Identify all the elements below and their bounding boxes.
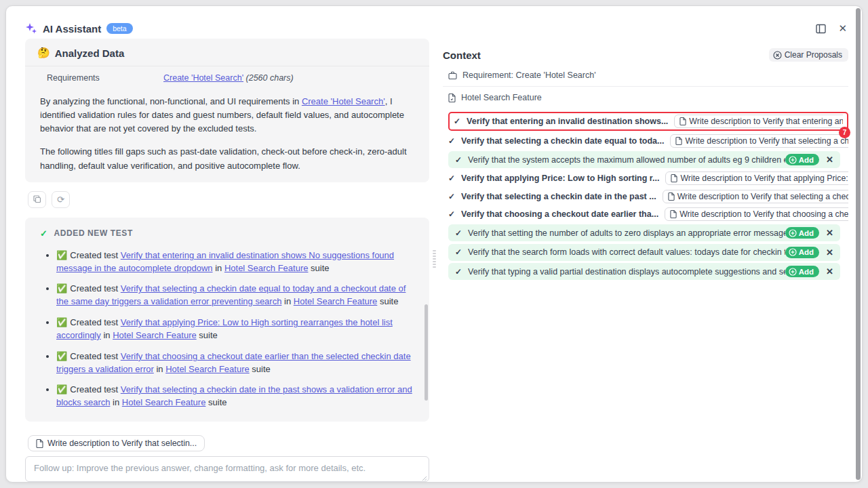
added-new-test-card: ✓ ADDED NEW TEST ✅ Created test Verify t… xyxy=(25,218,429,422)
test-title: Verify that the search form loads with c… xyxy=(468,247,785,257)
close-dialog-button[interactable]: ✕ xyxy=(838,22,847,35)
sparkle-icon xyxy=(25,22,37,35)
plus-circle-icon xyxy=(789,229,797,237)
test-proposal-row: ✓ Verify that the search form loads with… xyxy=(448,244,840,261)
green-check-emoji: ✅ xyxy=(56,250,70,260)
test-proposal-list: ✓ Verify that entering an invalid destin… xyxy=(443,112,848,280)
context-feature-label: Hotel Search Feature xyxy=(461,93,542,102)
remove-proposal-icon[interactable]: ✕ xyxy=(826,155,833,165)
test-title: Verify that the system accepts the maxim… xyxy=(468,155,785,165)
file-icon xyxy=(671,174,677,182)
copy-button[interactable] xyxy=(28,191,46,208)
file-icon xyxy=(668,192,675,201)
green-check-emoji: ✅ xyxy=(56,317,70,327)
created-test-item: ✅ Created test Verify that selecting a c… xyxy=(56,283,414,308)
refresh-icon: ⟳ xyxy=(57,195,64,205)
suite-link[interactable]: Hotel Search Feature xyxy=(113,330,197,340)
dialog-title: AI Assistant xyxy=(43,23,101,35)
requirements-row: Requirements Create 'Hotel Search' (2560… xyxy=(25,66,429,85)
follow-up-input[interactable] xyxy=(25,456,429,482)
check-icon: ✓ xyxy=(455,247,462,257)
plus-circle-icon xyxy=(789,248,797,256)
check-icon: ✓ xyxy=(455,267,462,277)
file-icon xyxy=(679,117,686,125)
green-check-emoji: ✅ xyxy=(56,283,70,293)
check-icon: ✓ xyxy=(455,155,462,165)
created-test-item: ✅ Created test Verify that applying Pric… xyxy=(56,317,414,342)
created-test-item: ✅ Created test Verify that entering an i… xyxy=(56,249,414,275)
side-panel-icon xyxy=(816,24,826,34)
left-pane-scrollbar[interactable] xyxy=(425,304,428,401)
close-icon: ✕ xyxy=(838,22,847,35)
toggle-panel-button[interactable] xyxy=(816,24,826,34)
x-circle-icon xyxy=(773,51,782,60)
test-proposal-row: ✓ Verify that selecting a checkin date e… xyxy=(448,134,848,149)
remove-proposal-icon[interactable]: ✕ xyxy=(826,228,833,238)
test-proposal-row: ✓ Verify that setting the number of adul… xyxy=(448,224,840,241)
suite-link[interactable]: Hotel Search Feature xyxy=(224,263,309,273)
requirements-label: Requirements xyxy=(47,73,163,83)
window-scrollbar[interactable] xyxy=(856,8,861,480)
test-proposal-row: ✓ Verify that selecting a checkin date i… xyxy=(448,188,848,204)
test-title: Verify that entering an invalid destinat… xyxy=(467,117,668,126)
add-test-button[interactable]: Add xyxy=(785,247,819,258)
remove-proposal-icon[interactable]: ✕ xyxy=(826,247,833,258)
assistant-response-pane: 🤔 Analyzed Data Requirements Create 'Hot… xyxy=(25,39,429,483)
suite-link[interactable]: Hotel Search Feature xyxy=(294,296,378,306)
test-title: Verify that setting the number of adults… xyxy=(468,228,785,238)
file-icon xyxy=(670,210,677,218)
requirement-link[interactable]: Create 'Hotel Search' xyxy=(163,73,243,83)
write-description-chip[interactable]: Write description to Verify that enterin… xyxy=(674,115,843,128)
added-new-test-title: ADDED NEW TEST xyxy=(54,228,133,238)
requirement-inline-link[interactable]: Create 'Hotel Search' xyxy=(302,96,385,106)
copy-icon xyxy=(33,195,41,203)
test-proposal-row: ✓ Verify that choosing a checkout date e… xyxy=(448,207,848,222)
check-icon: ✓ xyxy=(455,228,462,238)
briefcase-icon xyxy=(448,71,457,80)
suite-link[interactable]: Hotel Search Feature xyxy=(165,364,250,374)
test-proposal-row: ✓ Verify that applying Price: Low to Hig… xyxy=(448,171,848,186)
context-title: Context xyxy=(443,49,481,61)
test-title: Verify that choosing a checkout date ear… xyxy=(461,209,658,219)
suite-link[interactable]: Hotel Search Feature xyxy=(122,397,206,407)
context-feature-item[interactable]: Hotel Search Feature xyxy=(443,87,848,108)
clear-proposals-button[interactable]: Clear Proposals xyxy=(769,48,848,62)
file-icon xyxy=(36,439,43,448)
analyzed-data-title: Analyzed Data xyxy=(55,47,125,59)
analysis-paragraph-2: The following titles fill gaps such as p… xyxy=(25,145,429,172)
ai-assistant-dialog: AI Assistant beta ✕ 🤔 Analyzed Data xyxy=(5,5,863,483)
test-title: Verify that applying Price: Low to High … xyxy=(461,174,659,183)
remove-proposal-icon[interactable]: ✕ xyxy=(826,266,833,277)
regenerate-button[interactable]: ⟳ xyxy=(52,191,70,208)
check-icon: ✓ xyxy=(454,117,460,126)
test-proposal-row: ✓ Verify that the system accepts the max… xyxy=(448,151,840,168)
context-panel: Context Clear Proposals Requirement: Cre… xyxy=(443,48,848,283)
green-check-emoji: ✅ xyxy=(56,384,70,394)
write-description-chip[interactable]: Write description to Verify that selecti… xyxy=(670,134,848,148)
write-description-chip[interactable]: Write description to Verify that selecti… xyxy=(663,190,848,203)
file-icon xyxy=(675,137,682,145)
write-description-chip[interactable]: Write description to Verify that choosin… xyxy=(665,207,848,221)
add-test-button[interactable]: Add xyxy=(785,154,819,165)
green-check-emoji: ✅ xyxy=(56,351,70,361)
beta-badge: beta xyxy=(106,23,132,34)
write-description-chip[interactable]: Write description to Verify that applyin… xyxy=(665,171,848,185)
add-test-button[interactable]: Add xyxy=(785,266,819,277)
plus-circle-icon xyxy=(789,268,797,276)
thinking-emoji: 🤔 xyxy=(37,47,50,59)
added-tests-list: ✅ Created test Verify that entering an i… xyxy=(43,249,414,409)
context-requirement-label: Requirement: Create 'Hotel Search' xyxy=(462,70,596,80)
check-icon: ✓ xyxy=(448,192,455,201)
add-test-button[interactable]: Add xyxy=(785,227,819,239)
check-icon: ✓ xyxy=(448,136,455,146)
test-title: Verify that selecting a checkin date equ… xyxy=(461,136,664,146)
resize-handle-icon[interactable] xyxy=(421,475,427,481)
pane-resize-grip[interactable] xyxy=(433,250,436,268)
test-title: Verify that typing a valid partial desti… xyxy=(468,267,785,277)
analyzed-data-card: 🤔 Analyzed Data Requirements Create 'Hot… xyxy=(25,39,429,182)
document-icon xyxy=(448,94,456,102)
context-requirement-item[interactable]: Requirement: Create 'Hotel Search' xyxy=(443,64,848,86)
created-test-item: ✅ Created test Verify that selecting a c… xyxy=(56,384,414,409)
analysis-paragraph-1: By analyzing the functional, non-functio… xyxy=(25,95,429,136)
write-description-chip[interactable]: Write description to Verify that selecti… xyxy=(28,435,205,451)
